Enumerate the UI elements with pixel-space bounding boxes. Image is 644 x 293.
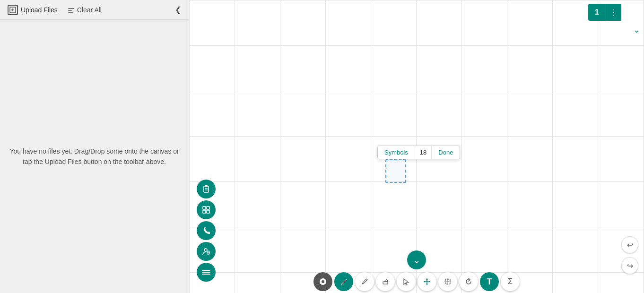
undo-button[interactable]: ↩: [621, 236, 638, 253]
done-label: Done: [438, 149, 453, 156]
menu-tool-button[interactable]: [197, 263, 216, 282]
eraser-button[interactable]: [376, 272, 395, 291]
page-number: 1: [588, 8, 606, 17]
svg-marker-27: [426, 278, 428, 280]
collapse-panel-button[interactable]: ❮: [171, 3, 185, 16]
pen-icon: [361, 278, 368, 285]
redo-button[interactable]: ↪: [621, 257, 638, 274]
right-actions: ↩ ↪: [621, 236, 638, 274]
menu-icon: [202, 270, 210, 275]
clear-icon: [67, 6, 75, 14]
pencil-thin-icon: [340, 278, 348, 285]
svg-rect-13: [207, 210, 209, 213]
page-menu-icon: ⋮: [610, 8, 618, 17]
svg-line-23: [346, 279, 347, 280]
left-toolbar: Upload Files Clear All ❮: [0, 0, 189, 20]
svg-rect-4: [68, 10, 72, 11]
move-button[interactable]: [418, 272, 436, 291]
svg-rect-10: [203, 207, 206, 209]
bottom-toolbar: T Σ: [313, 272, 520, 291]
svg-marker-30: [429, 281, 430, 283]
svg-rect-5: [68, 12, 73, 13]
canvas-area[interactable]: 1 ⋮ ⌄ Symbols 18 Done: [189, 0, 644, 293]
sigma-button[interactable]: Σ: [501, 272, 520, 291]
page-menu-button[interactable]: ⋮: [606, 4, 621, 21]
undo-icon: ↩: [627, 241, 633, 250]
clear-label: Clear All: [77, 6, 102, 14]
svg-rect-24: [383, 282, 388, 284]
svg-rect-3: [68, 8, 74, 9]
symbols-count: 18: [415, 146, 432, 159]
chevron-down-button[interactable]: ⌄: [633, 25, 640, 35]
selection-box: [385, 159, 406, 183]
upload-label: Upload Files: [21, 6, 58, 14]
symbols-done-button[interactable]: Done: [432, 146, 460, 159]
svg-rect-12: [203, 210, 206, 213]
redo-icon: ↪: [627, 261, 633, 270]
page-badge: 1 ⋮: [588, 4, 621, 21]
svg-rect-11: [207, 207, 209, 209]
left-content: You have no files yet. Drag/Drop some on…: [0, 20, 189, 293]
eraser-icon: [382, 278, 389, 285]
text-button[interactable]: T: [480, 272, 499, 291]
upload-files-button[interactable]: Upload Files: [4, 2, 61, 18]
phone-tool-button[interactable]: [197, 221, 216, 240]
svg-line-17: [209, 251, 210, 251]
svg-marker-28: [426, 284, 428, 285]
svg-point-16: [208, 253, 209, 254]
user-lock-tool-button[interactable]: [197, 242, 216, 261]
pointer-button[interactable]: [397, 272, 416, 291]
move-icon: [423, 277, 431, 286]
phone-icon: [202, 226, 210, 235]
toolbar-expand-icon: ⌄: [413, 254, 421, 266]
clipboard-icon: [202, 185, 210, 193]
svg-point-14: [204, 249, 207, 251]
left-panel: Upload Files Clear All ❮ You have no fil…: [0, 0, 189, 293]
text-icon: T: [487, 277, 492, 287]
color-picker-icon: [319, 277, 327, 286]
grid-icon: [202, 206, 210, 214]
symbols-tooltip: Symbols 18 Done: [377, 146, 460, 159]
select-icon: [444, 278, 452, 285]
grid-tool-button[interactable]: [197, 200, 216, 219]
chevron-down-icon: ⌄: [633, 25, 640, 34]
pencil-thin-button[interactable]: [334, 272, 353, 291]
pen-button[interactable]: [355, 272, 374, 291]
upload-icon: [8, 5, 18, 15]
collapse-icon: ❮: [175, 6, 181, 14]
symbols-tab-button[interactable]: Symbols: [378, 146, 415, 159]
clipboard-tool-button[interactable]: [197, 180, 216, 198]
empty-message: You have no files yet. Drag/Drop some on…: [9, 146, 179, 167]
clear-all-button[interactable]: Clear All: [63, 3, 105, 17]
svg-rect-7: [205, 185, 208, 187]
user-lock-icon: [202, 247, 210, 256]
pointer-icon: [402, 278, 410, 285]
rotate-icon: [465, 278, 472, 285]
color-picker-button[interactable]: [313, 272, 332, 291]
rotate-button[interactable]: [459, 272, 478, 291]
svg-marker-29: [424, 281, 425, 283]
toolbar-expand-button[interactable]: ⌄: [407, 250, 426, 269]
select-button[interactable]: [438, 272, 457, 291]
svg-point-22: [322, 280, 324, 283]
symbols-label: Symbols: [384, 149, 408, 156]
svg-rect-6: [204, 186, 209, 192]
sigma-icon: Σ: [508, 277, 513, 286]
canvas-left-toolbar: [197, 180, 216, 282]
